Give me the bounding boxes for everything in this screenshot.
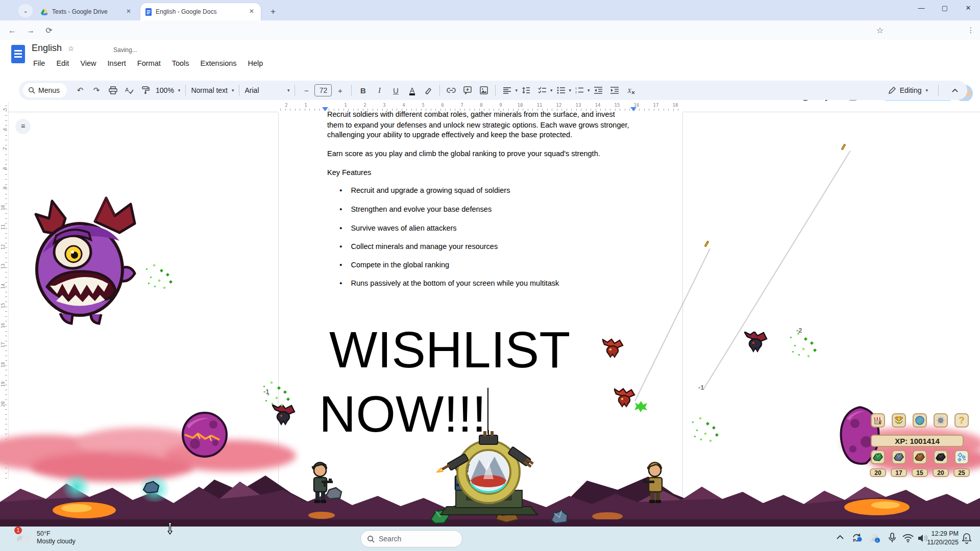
checklist-icon[interactable]	[535, 84, 549, 97]
align-icon[interactable]	[500, 84, 513, 97]
editing-mode-select[interactable]: Editing▾	[887, 86, 930, 94]
increase-font-size-icon[interactable]: +	[333, 84, 347, 97]
pencil-icon	[889, 87, 896, 94]
taskbar	[0, 527, 980, 551]
menu-item[interactable]: File	[29, 58, 50, 68]
green-particle	[794, 344, 796, 346]
green-particle	[163, 286, 166, 289]
back-icon[interactable]: ←	[6, 24, 18, 37]
spellcheck-icon[interactable]: A	[122, 84, 136, 97]
projectile-trail	[634, 248, 710, 402]
resource-slate[interactable]	[892, 450, 906, 464]
checklist-dropdown-icon[interactable]: ▾	[550, 88, 553, 93]
menu-item[interactable]: Extensions	[196, 58, 241, 68]
bulleted-list-dropdown-icon[interactable]: ▾	[569, 88, 572, 93]
right-indent-marker[interactable]	[630, 107, 636, 114]
menu-item[interactable]: Tools	[167, 58, 194, 68]
decrease-font-size-icon[interactable]: −	[300, 84, 313, 97]
add-comment-icon[interactable]	[461, 84, 474, 97]
undo-icon[interactable]: ↶	[74, 84, 87, 97]
print-icon[interactable]	[106, 84, 119, 97]
green-particle	[706, 422, 709, 425]
document-title[interactable]: English	[32, 43, 62, 54]
italic-icon[interactable]: I	[373, 84, 386, 97]
insert-image-icon[interactable]	[477, 84, 491, 97]
line-spacing-icon[interactable]	[519, 84, 532, 97]
document-outline-button[interactable]: ≡	[15, 119, 31, 134]
onedrive-cloud-icon[interactable]: i	[868, 534, 881, 543]
text-color-icon[interactable]: A	[410, 86, 414, 94]
clock-widget[interactable]: 12:29 PM 11/20/2025	[927, 530, 959, 547]
menu-item[interactable]: Help	[243, 58, 268, 68]
menu-item[interactable]: View	[76, 58, 101, 68]
redo-icon[interactable]: ↷	[90, 84, 103, 97]
bookmark-star-icon[interactable]: ☆	[874, 24, 886, 37]
shop-button[interactable]	[871, 413, 885, 428]
dark-bat-sprite	[272, 405, 296, 426]
ranking-button[interactable]	[892, 413, 906, 428]
forward-icon[interactable]: →	[24, 24, 37, 37]
resource-count: 15	[912, 468, 928, 477]
world-button[interactable]	[913, 413, 927, 428]
tray-expand-icon[interactable]	[836, 535, 844, 540]
tab-close-icon[interactable]: ✕	[248, 8, 256, 16]
align-dropdown-icon[interactable]: ▾	[515, 88, 518, 93]
reload-icon[interactable]: ⟳	[43, 24, 55, 37]
tab-close-icon[interactable]: ✕	[125, 8, 133, 16]
numbered-list-dropdown-icon[interactable]: ▾	[587, 88, 590, 93]
numbered-list-icon[interactable]: 12	[573, 84, 586, 97]
font-select[interactable]: Arial▾	[242, 86, 291, 94]
resource-green[interactable]	[871, 450, 885, 464]
highlight-icon[interactable]	[422, 84, 435, 97]
menus-search-button[interactable]: Menus	[23, 83, 67, 97]
menu-item[interactable]: Insert	[103, 58, 131, 68]
projectile	[704, 240, 709, 247]
browser-menu-kebab-icon[interactable]: ⋮	[965, 24, 977, 37]
docs-menu-bar: FileEditViewInsertFormatToolsExtensionsH…	[29, 58, 267, 68]
menu-item[interactable]: Format	[133, 58, 165, 68]
menu-item[interactable]: Edit	[52, 58, 74, 68]
docs-logo[interactable]	[11, 45, 25, 63]
taskbar-search[interactable]: Search	[360, 530, 462, 547]
teal-glow-effect	[60, 473, 93, 500]
tab-search-chevron-icon[interactable]: ⌄	[18, 4, 33, 17]
microphone-icon[interactable]	[888, 533, 896, 543]
resource-crystal[interactable]	[954, 450, 969, 464]
star-document-icon[interactable]: ☆	[66, 44, 76, 54]
window-close-button[interactable]: ✕	[957, 0, 980, 17]
help-button[interactable]: ?	[954, 413, 969, 428]
mode-label: Editing	[900, 86, 922, 94]
zoom-select[interactable]: 100%▾	[154, 86, 182, 94]
increase-indent-icon[interactable]	[608, 84, 621, 97]
resource-brown[interactable]	[913, 450, 927, 464]
decrease-indent-icon[interactable]	[592, 84, 605, 97]
clear-formatting-icon[interactable]: X	[624, 84, 638, 97]
vertical-ruler[interactable]: 567891011121314151617181920	[0, 102, 9, 479]
mouse-cursor	[166, 521, 174, 535]
green-particle	[154, 285, 156, 287]
window-minimize-button[interactable]: —	[910, 0, 933, 17]
resource-black[interactable]	[934, 450, 948, 464]
window-maximize-button[interactable]: ▢	[933, 0, 957, 17]
tab-google-docs[interactable]: English - Google Docs ✕	[140, 3, 261, 20]
bullet-glyph: ●	[339, 281, 342, 286]
underline-icon[interactable]: U	[389, 84, 402, 97]
font-size-input[interactable]: 72	[314, 84, 332, 96]
insert-link-icon[interactable]	[445, 84, 458, 97]
update-sync-icon[interactable]	[851, 533, 863, 543]
badge-button[interactable]	[934, 413, 948, 428]
new-tab-button[interactable]: +	[266, 5, 280, 18]
saving-status: Saving...	[113, 46, 137, 54]
green-particle	[804, 337, 807, 341]
bulleted-list-icon[interactable]	[554, 84, 568, 97]
tab-title: Texts - Google Drive	[52, 8, 120, 15]
bold-icon[interactable]: B	[356, 84, 370, 97]
weather-widget[interactable]: 1 50°F Mostly cloudy	[15, 529, 76, 545]
paragraph-style-select[interactable]: Normal text▾	[189, 86, 236, 94]
search-icon	[28, 87, 35, 94]
paint-format-icon[interactable]	[139, 84, 152, 97]
tab-google-drive[interactable]: Texts - Google Drive ✕	[36, 3, 138, 20]
notification-bell-icon[interactable]: z	[962, 533, 972, 544]
wifi-icon[interactable]	[902, 534, 914, 542]
collapse-toolbar-icon[interactable]	[948, 84, 962, 97]
